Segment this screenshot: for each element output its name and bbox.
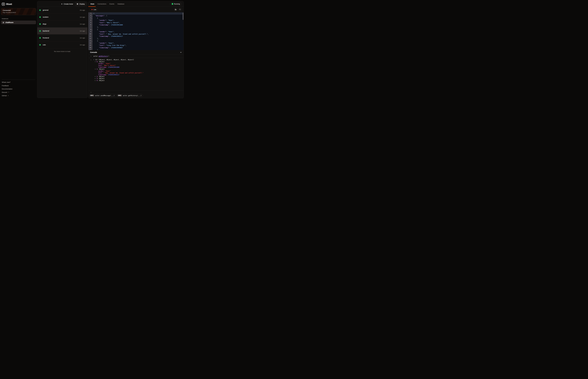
rivet-app: R Rivet Connected http://localhost:6420 …: [0, 0, 184, 99]
brand-name: Rivet: [6, 3, 12, 5]
actor-name: dogs: [43, 23, 80, 25]
object-field-text: text: " Nay, answer me. Stand and unfold…: [88, 72, 184, 74]
line-number: 17: [88, 49, 93, 50]
editor-line-7: 7 },: [88, 26, 184, 28]
line-code: },: [93, 26, 184, 28]
object-index: 1: [96, 68, 97, 70]
rpc-chip-1[interactable]: RPCactor.sendMessage(...): [89, 94, 116, 97]
sliders-icon: [77, 3, 79, 5]
fold-chevron-icon[interactable]: [91, 18, 93, 19]
sidebar-link-label: Discord: [2, 92, 7, 93]
display-button[interactable]: Display: [75, 2, 86, 6]
sidebar-link-github[interactable]: GitHub: [2, 94, 36, 97]
inspector-tabs: StateConnectionsEventsDatabase: [90, 3, 124, 5]
line-code: },: [93, 37, 184, 40]
expand-triangle-icon: ▶: [95, 78, 96, 79]
field-value: "User": [105, 63, 111, 64]
tab-connections[interactable]: Connections: [97, 3, 106, 5]
state-json-editor[interactable]: 1{2 "messages": [3 {4 "sender": "User",5…: [88, 12, 184, 50]
fold-chevron-icon[interactable]: [91, 13, 93, 15]
console-input[interactable]: [88, 91, 184, 94]
line-code: {: [93, 28, 184, 31]
save-icon: [175, 9, 176, 11]
line-code: {: [93, 12, 184, 15]
sidebar-item-chatroom[interactable]: chatRoom: [1, 21, 36, 24]
sidebar-link-discord[interactable]: Discord: [2, 91, 36, 94]
chevron-right-icon: [90, 55, 92, 57]
status-dot-icon: [39, 23, 41, 25]
connection-status-card: Connected http://localhost:6420: [1, 8, 36, 15]
console-object-4[interactable]: ▶4: Object: [88, 79, 184, 82]
console-title: Console: [90, 51, 97, 53]
sidebar-link-feedback[interactable]: Feedback: [2, 84, 36, 87]
rpc-badge: RPC: [90, 95, 94, 96]
editor-scrollbar[interactable]: [183, 13, 183, 20]
console-object-1[interactable]: ▼1: Object: [88, 68, 184, 70]
actor-row-backend[interactable]: backend1m ago: [37, 28, 87, 34]
editor-line-11: 11 "timestamp": 1764043995517: [88, 35, 184, 37]
expand-triangle-icon: ▶: [95, 76, 96, 78]
object-field-sender: sender: "User": [88, 63, 184, 64]
actor-list-header: Create Actor Display: [37, 1, 87, 7]
line-code: "sender": "User",: [93, 31, 184, 33]
fold-chevron-icon[interactable]: [91, 16, 93, 17]
editor-line-16: 16 "timestamp": 1764043999867: [88, 47, 184, 49]
actor-row-general[interactable]: general2m ago: [37, 7, 87, 14]
actor-row-random[interactable]: random1m ago: [37, 14, 87, 21]
console-object-3[interactable]: ▶3: Object: [88, 78, 184, 79]
rpc-chip-2[interactable]: RPCactor.getHistory(...): [117, 94, 143, 97]
fold-chevron-icon[interactable]: [91, 29, 93, 31]
tab-state[interactable]: State: [90, 3, 94, 5]
actor-row-frontend[interactable]: frontend1m ago: [37, 34, 87, 41]
field-key: text:: [98, 72, 103, 74]
actor-list-panel: Create Actor Display general2m agorandom…: [37, 1, 87, 98]
sidebar-spacer: [1, 24, 36, 79]
external-link-icon: [8, 92, 9, 93]
editor-line-5: 5 "text": "Who’s there?",: [88, 21, 184, 24]
rpc-shortcuts-row: RPCactor.sendMessage(...)RPCactor.getHis…: [88, 94, 184, 98]
line-number: 13: [88, 40, 93, 42]
tab-events[interactable]: Events: [110, 3, 114, 5]
create-actor-button[interactable]: Create Actor: [60, 3, 74, 5]
editor-line-12: 12 },: [88, 37, 184, 40]
rotate-ccw-icon: [179, 9, 181, 11]
line-code: {: [93, 17, 184, 19]
result-summary-text: (5) [Object, Object, Object, Object, Obj…: [95, 59, 134, 61]
sidebar: R Rivet Connected http://localhost:6420 …: [0, 0, 37, 99]
actor-last-seen: 1m ago: [80, 23, 85, 25]
field-value: " Nay, answer me. Stand and unfold yours…: [103, 72, 143, 74]
svg-text:R: R: [3, 3, 4, 5]
field-key: timestamp:: [98, 74, 108, 76]
editor-line-17: 17 }: [88, 49, 184, 50]
actor-row-cats[interactable]: cats1m ago: [37, 41, 87, 48]
line-number: 6: [88, 24, 93, 26]
sidebar-divider: [2, 79, 35, 80]
rpc-label: actor.sendMessage(...): [95, 95, 115, 96]
sidebar-link-whats-new-[interactable]: Whats new?: [2, 81, 36, 84]
brand: R Rivet: [2, 2, 36, 6]
actor-last-seen: 1m ago: [80, 44, 85, 46]
object-index: 0: [96, 61, 97, 63]
console-object-0[interactable]: ▼0: Object: [88, 61, 184, 63]
line-number: 4: [88, 19, 93, 21]
line-code: "sender": "User",: [93, 42, 184, 44]
actor-row-dogs[interactable]: dogs1m ago: [37, 21, 87, 28]
console-header[interactable]: Console: [88, 50, 184, 54]
save-button[interactable]: [174, 8, 177, 11]
line-number: 14: [88, 42, 93, 44]
line-number: 8: [88, 28, 93, 31]
sidebar-link-documentation[interactable]: Documentation: [2, 87, 36, 91]
undo-button[interactable]: [178, 8, 182, 11]
console-object-2[interactable]: ▶2: Object: [88, 76, 184, 78]
fold-chevron-icon[interactable]: [91, 41, 93, 42]
expand-triangle-icon: ▶: [95, 80, 96, 82]
tab-database[interactable]: Database: [117, 3, 124, 5]
chevron-down-icon[interactable]: [180, 51, 182, 53]
chevron-right-icon: [90, 92, 92, 93]
object-label: : Object: [97, 78, 105, 79]
live-badge[interactable]: Live: [90, 8, 98, 11]
line-code: "sender": "User",: [93, 19, 184, 21]
actor-rows: general2m agorandom1m agodogs1m agobacke…: [37, 7, 87, 48]
editor-line-3: 3 {: [88, 17, 184, 19]
inspector-panel: StateConnectionsEventsDatabase Running L…: [88, 1, 184, 98]
